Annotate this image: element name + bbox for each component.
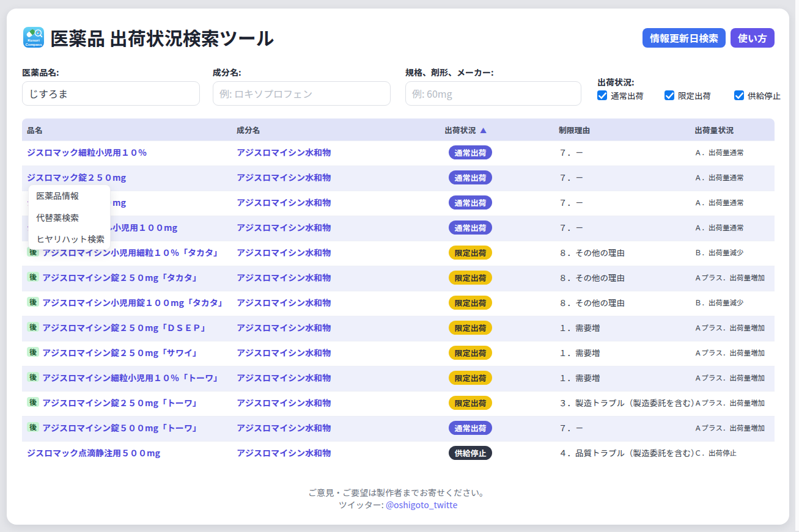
svg-text:Kusuri: Kusuri	[28, 38, 40, 42]
svg-text:Compass: Compass	[25, 43, 42, 46]
